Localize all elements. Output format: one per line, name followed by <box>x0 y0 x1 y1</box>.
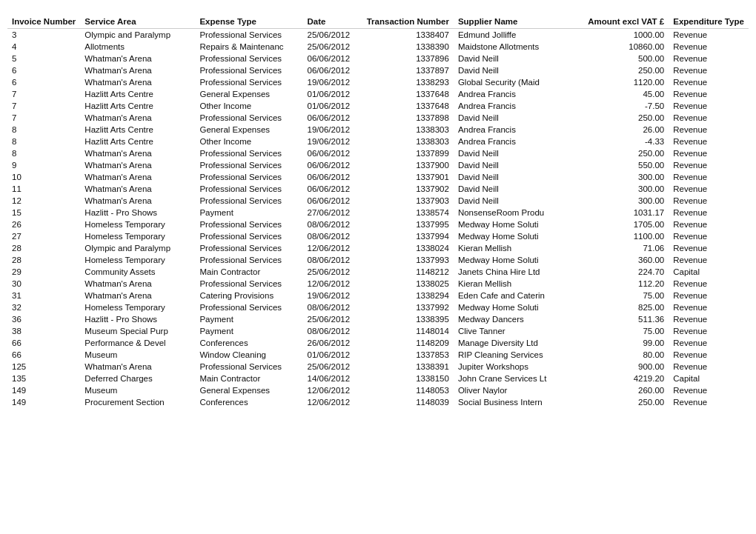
cell-supplier: Edmund Jolliffe <box>454 29 583 41</box>
cell-amount: 500.00 <box>583 53 669 64</box>
cell-exptype: Revenue <box>669 183 749 195</box>
cell-invoice: 10 <box>7 171 80 183</box>
cell-exptype: Revenue <box>669 207 749 218</box>
cell-service: Performance & Devel <box>80 337 195 349</box>
table-row: 11Whatman's ArenaProfessional Services06… <box>7 183 749 195</box>
table-row: 28Homeless TemporaryProfessional Service… <box>7 254 749 266</box>
cell-supplier: Andrea Francis <box>454 100 583 112</box>
cell-exptype: Revenue <box>669 290 749 301</box>
cell-service: Hazlitt Arts Centre <box>80 136 195 147</box>
cell-service: Homeless Temporary <box>80 230 195 242</box>
table-row: 8Whatman's ArenaProfessional Services06/… <box>7 147 749 159</box>
cell-expense: Main Contractor <box>195 373 302 384</box>
cell-expense: Repairs & Maintenanc <box>195 41 302 53</box>
cell-service: Community Assets <box>80 266 195 278</box>
cell-exptype: Revenue <box>669 124 749 136</box>
cell-amount: 1120.00 <box>583 76 669 88</box>
header-exptype: Expenditure Type <box>669 15 749 29</box>
cell-service: Museum <box>80 384 195 396</box>
cell-expense: Conferences <box>195 337 302 349</box>
cell-service: Whatman's Arena <box>80 195 195 207</box>
cell-service: Whatman's Arena <box>80 361 195 373</box>
cell-date: 06/06/2012 <box>303 195 362 207</box>
header-amount: Amount excl VAT £ <box>583 15 669 29</box>
cell-transaction: 1337853 <box>362 349 454 361</box>
main-container: Invoice Number Service Area Expense Type… <box>0 0 756 423</box>
cell-transaction: 1338395 <box>362 313 454 325</box>
cell-transaction: 1338024 <box>362 242 454 254</box>
cell-expense: Payment <box>195 207 302 218</box>
cell-supplier: Andrea Francis <box>454 88 583 100</box>
cell-service: Whatman's Arena <box>80 147 195 159</box>
cell-exptype: Capital <box>669 373 749 384</box>
cell-date: 25/06/2012 <box>303 361 362 373</box>
cell-supplier: Maidstone Allotments <box>454 41 583 53</box>
cell-invoice: 36 <box>7 313 80 325</box>
cell-date: 12/06/2012 <box>303 396 362 408</box>
cell-supplier: NonsenseRoom Produ <box>454 207 583 218</box>
cell-service: Olympic and Paralymp <box>80 29 195 41</box>
cell-service: Hazlitt - Pro Shows <box>80 313 195 325</box>
table-row: 8Hazlitt Arts CentreGeneral Expenses19/0… <box>7 124 749 136</box>
cell-expense: Window Cleaning <box>195 349 302 361</box>
cell-date: 08/06/2012 <box>303 301 362 313</box>
table-row: 9Whatman's ArenaProfessional Services06/… <box>7 159 749 171</box>
table-row: 6Whatman's ArenaProfessional Services06/… <box>7 64 749 76</box>
header-transaction: Transaction Number <box>362 15 454 29</box>
cell-transaction: 1337899 <box>362 147 454 159</box>
cell-supplier: Janets China Hire Ltd <box>454 266 583 278</box>
cell-exptype: Revenue <box>669 242 749 254</box>
table-row: 4AllotmentsRepairs & Maintenanc25/06/201… <box>7 41 749 53</box>
cell-invoice: 7 <box>7 100 80 112</box>
cell-date: 01/06/2012 <box>303 100 362 112</box>
cell-amount: 511.36 <box>583 313 669 325</box>
table-row: 125Whatman's ArenaProfessional Services2… <box>7 361 749 373</box>
cell-invoice: 7 <box>7 112 80 124</box>
cell-amount: 75.00 <box>583 325 669 337</box>
cell-service: Hazlitt Arts Centre <box>80 88 195 100</box>
cell-date: 08/06/2012 <box>303 325 362 337</box>
cell-amount: 4219.20 <box>583 373 669 384</box>
cell-amount: -7.50 <box>583 100 669 112</box>
table-row: 36Hazlitt - Pro ShowsPayment25/06/201213… <box>7 313 749 325</box>
cell-transaction: 1148053 <box>362 384 454 396</box>
cell-transaction: 1337898 <box>362 112 454 124</box>
cell-invoice: 28 <box>7 254 80 266</box>
cell-service: Hazlitt - Pro Shows <box>80 207 195 218</box>
cell-supplier: RIP Cleaning Services <box>454 349 583 361</box>
table-row: 7Hazlitt Arts CentreGeneral Expenses01/0… <box>7 88 749 100</box>
cell-supplier: Andrea Francis <box>454 136 583 147</box>
cell-amount: 99.00 <box>583 337 669 349</box>
cell-transaction: 1337902 <box>362 183 454 195</box>
cell-transaction: 1337901 <box>362 171 454 183</box>
cell-service: Whatman's Arena <box>80 171 195 183</box>
cell-transaction: 1337648 <box>362 100 454 112</box>
cell-expense: General Expenses <box>195 88 302 100</box>
cell-service: Whatman's Arena <box>80 53 195 64</box>
cell-expense: Other Income <box>195 136 302 147</box>
table-header-row: Invoice Number Service Area Expense Type… <box>7 15 749 29</box>
cell-supplier: Andrea Francis <box>454 124 583 136</box>
cell-expense: Professional Services <box>195 278 302 290</box>
cell-service: Whatman's Arena <box>80 64 195 76</box>
cell-invoice: 28 <box>7 242 80 254</box>
cell-invoice: 32 <box>7 301 80 313</box>
cell-service: Whatman's Arena <box>80 278 195 290</box>
cell-service: Homeless Temporary <box>80 301 195 313</box>
table-row: 7Hazlitt Arts CentreOther Income01/06/20… <box>7 100 749 112</box>
cell-date: 06/06/2012 <box>303 147 362 159</box>
cell-expense: Professional Services <box>195 171 302 183</box>
cell-date: 27/06/2012 <box>303 207 362 218</box>
table-row: 7Whatman's ArenaProfessional Services06/… <box>7 112 749 124</box>
cell-service: Hazlitt Arts Centre <box>80 124 195 136</box>
cell-date: 19/06/2012 <box>303 124 362 136</box>
cell-exptype: Revenue <box>669 159 749 171</box>
cell-date: 19/06/2012 <box>303 76 362 88</box>
cell-transaction: 1337995 <box>362 218 454 230</box>
cell-expense: Main Contractor <box>195 266 302 278</box>
invoice-table: Invoice Number Service Area Expense Type… <box>7 15 749 408</box>
cell-exptype: Revenue <box>669 112 749 124</box>
cell-transaction: 1337897 <box>362 64 454 76</box>
cell-service: Procurement Section <box>80 396 195 408</box>
cell-expense: Professional Services <box>195 112 302 124</box>
